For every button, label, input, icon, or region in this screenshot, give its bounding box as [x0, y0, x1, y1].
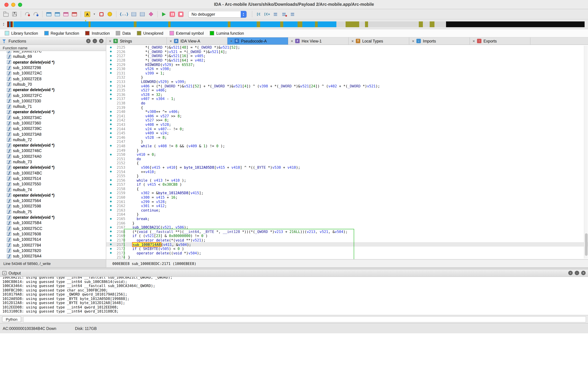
- breakpoint-gutter[interactable]: [106, 46, 115, 48]
- code-line[interactable]: 2134 v406 = (*(_DWORD *)&v521[52] + *(_D…: [106, 84, 588, 88]
- function-row[interactable]: ƒsub_100027820: [0, 248, 106, 253]
- code-line[interactable]: 2140 *v308++ ^= v406;: [106, 110, 588, 114]
- breakpoint-dot[interactable]: [110, 124, 112, 125]
- breakpoint-dot[interactable]: [110, 132, 112, 134]
- code-scrollbar-thumb[interactable]: [585, 233, 588, 256]
- function-row[interactable]: ƒsub_100027608: [0, 231, 106, 237]
- minimize-button[interactable]: [11, 2, 15, 7]
- code-line[interactable]: 2143 v408 = v528;: [106, 122, 588, 127]
- function-row[interactable]: ƒsub_100027784: [0, 242, 106, 248]
- tab-close-icon[interactable]: ×: [473, 39, 475, 43]
- function-row[interactable]: ƒoperator delete(void *): [0, 87, 106, 93]
- code-line[interactable]: 2127 *(_OWORD *)&v521[16] = v405;: [106, 54, 588, 58]
- function-row[interactable]: ƒsub_100027550: [0, 181, 106, 187]
- code-line[interactable]: 2161 v299 = v528;: [106, 200, 588, 204]
- breakpoint-dot[interactable]: [110, 248, 112, 249]
- breakpoint-dot[interactable]: [110, 154, 112, 155]
- output-menu-icon[interactable]: ≡: [568, 271, 573, 275]
- breakpoint-dot[interactable]: [110, 68, 112, 70]
- breakpoint-dot[interactable]: [110, 192, 112, 194]
- navband-down-icon[interactable]: ▾: [3, 24, 4, 26]
- code-line[interactable]: 2164 }: [106, 212, 588, 216]
- function-row[interactable]: ƒsub_100027564: [0, 198, 106, 203]
- jump-forward-button[interactable]: [33, 11, 39, 17]
- marker-button[interactable]: [98, 11, 104, 17]
- function-row[interactable]: ƒsub_10002734C: [0, 115, 106, 120]
- function-row[interactable]: ƒsub_100027360: [0, 120, 106, 126]
- code-line[interactable]: 2148 while ( v408 != 8 && (v409 & 1) != …: [106, 144, 588, 148]
- function-row[interactable]: ƒsub_100027598: [0, 203, 106, 209]
- breakpoint-gutter[interactable]: [106, 59, 115, 61]
- code-line[interactable]: 2156 while ( v413 != v410 );: [106, 178, 588, 182]
- tile-windows-button[interactable]: [54, 11, 61, 17]
- tab-pseudocode-a[interactable]: ×CPseudocode-A: [228, 37, 288, 45]
- stop-process-button[interactable]: [178, 11, 184, 17]
- breakpoint-dot[interactable]: [110, 98, 112, 100]
- tab-close-icon[interactable]: ×: [170, 39, 172, 43]
- panel-float-icon[interactable]: ▫: [93, 39, 97, 43]
- code-line[interactable]: 2139 {: [106, 105, 588, 110]
- breakpoint-gutter[interactable]: [106, 89, 115, 91]
- code-line[interactable]: 2149 }: [106, 148, 588, 152]
- code-line[interactable]: 2159 v302 = &byte_1012A05D8[v415];: [106, 191, 588, 195]
- function-name-column-header[interactable]: Function name: [0, 45, 106, 51]
- pause-process-button[interactable]: [169, 11, 176, 17]
- breakpoint-gutter[interactable]: [106, 132, 115, 134]
- function-row[interactable]: ƒsub_100027614: [0, 237, 106, 242]
- breakpoint-gutter[interactable]: [106, 137, 115, 138]
- function-row[interactable]: ƒsub_1000275B4: [0, 220, 106, 226]
- breakpoint-gutter[interactable]: [106, 55, 115, 57]
- breakpoint-dot[interactable]: [110, 81, 112, 83]
- function-row[interactable]: ƒoperator delete(void *): [0, 59, 106, 65]
- breakpoint-dot[interactable]: [110, 235, 112, 237]
- breakpoint-dot[interactable]: [110, 55, 112, 57]
- function-row[interactable]: ƒsub_1000272AC: [0, 70, 106, 76]
- code-line[interactable]: 2166 }: [106, 221, 588, 225]
- code-line[interactable]: 2138 do: [106, 101, 588, 105]
- function-row[interactable]: ƒsub_1000272E8: [0, 76, 106, 82]
- breakpoint-dot[interactable]: [110, 231, 112, 232]
- function-row[interactable]: ƒsub_1000272FC: [0, 93, 106, 98]
- breakpoint-gutter[interactable]: [106, 115, 115, 117]
- close-button[interactable]: [4, 2, 9, 7]
- breakpoint-gutter[interactable]: [106, 124, 115, 125]
- function-row[interactable]: ƒnullsub_69: [0, 54, 106, 60]
- breakpoint-gutter[interactable]: [106, 196, 115, 198]
- tab-ida-view-a[interactable]: ×AIDA View-A: [167, 37, 228, 45]
- code-line[interactable]: 2125 *(_OWORD *)&v521[48] = *(_OWORD *)&…: [106, 45, 588, 49]
- code-line[interactable]: 2126 *(_OWORD *)v521 = *(_OWORD *)&v521[…: [106, 49, 588, 54]
- code-line[interactable]: 2130 v526 = v398;: [106, 67, 588, 71]
- breakpoint-list-button[interactable]: [272, 11, 279, 17]
- tab-close-icon[interactable]: ×: [412, 39, 414, 43]
- code-line[interactable]: 2146 v528 -= 8;: [106, 135, 588, 139]
- code-line[interactable]: 2131 v399 = 1;: [106, 71, 588, 75]
- code-line[interactable]: 2147 }: [106, 139, 588, 144]
- breakpoint-gutter[interactable]: [106, 81, 115, 83]
- breakpoint-gutter[interactable]: [106, 209, 115, 211]
- breakpoint-dot[interactable]: [110, 252, 112, 254]
- function-row[interactable]: ƒoperator delete(void *): [0, 192, 106, 198]
- tab-exports[interactable]: ×↑Exports: [470, 37, 531, 45]
- tab-close-icon[interactable]: ×: [291, 39, 293, 43]
- breakpoint-gutter[interactable]: [106, 179, 115, 181]
- code-line[interactable]: 2157 if ( v415 < 0x30CB8 ): [106, 182, 588, 186]
- breakpoint-gutter[interactable]: [106, 51, 115, 53]
- code-line[interactable]: 2167 sub_100C0A21C(v521, v506);: [106, 225, 588, 230]
- function-row[interactable]: ƒoperator delete(void *): [0, 143, 106, 148]
- breakpoint-dot[interactable]: [110, 119, 112, 121]
- tab-close-icon[interactable]: ×: [230, 39, 233, 43]
- code-line[interactable]: 2153 v506[v415 + v410] = byte_1012A05D8[…: [106, 165, 588, 169]
- breakpoint-dot[interactable]: [110, 209, 112, 211]
- breakpoint-gutter[interactable]: [106, 94, 115, 95]
- close-window-button[interactable]: [63, 11, 69, 17]
- code-line[interactable]: 2144 v24 = v407-- != 0;: [106, 127, 588, 131]
- breakpoint-dot[interactable]: [110, 226, 112, 228]
- code-line[interactable]: 2160 v300 = v415 + 16;: [106, 195, 588, 200]
- tab-imports[interactable]: ×↓Imports: [409, 37, 470, 45]
- function-row[interactable]: ƒoperator delete(void *): [0, 215, 106, 220]
- code-line[interactable]: 2135 v527 = v406;: [106, 88, 588, 92]
- breakpoint-dot[interactable]: [110, 64, 112, 65]
- start-process-button[interactable]: [161, 11, 167, 17]
- debugger-select[interactable]: No debugger ▲▼: [188, 11, 247, 18]
- function-row[interactable]: ƒnullsub_74: [0, 187, 106, 193]
